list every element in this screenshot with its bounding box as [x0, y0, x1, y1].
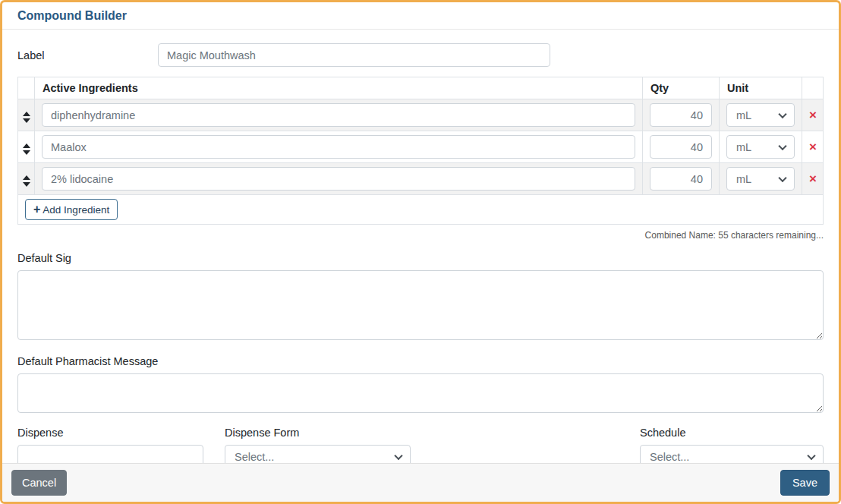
plus-icon: + — [33, 203, 40, 216]
ingredient-name-input[interactable] — [42, 103, 635, 127]
ingredient-unit-select[interactable]: mL — [726, 167, 795, 191]
dispense-form-label: Dispense Form — [225, 427, 411, 439]
delete-ingredient-icon[interactable]: × — [809, 108, 817, 122]
combined-name-note: Combined Name: 55 characters remaining..… — [17, 230, 824, 241]
ingredient-unit-select[interactable]: mL — [726, 135, 795, 159]
ingredient-name-input[interactable] — [42, 135, 635, 159]
ingredient-unit-select[interactable]: mL — [726, 103, 795, 127]
label-field-label: Label — [17, 49, 158, 61]
handle-column-header — [18, 77, 35, 99]
footer-bar: Cancel Save — [2, 463, 839, 502]
dispense-form-field: Dispense Form Select... — [225, 425, 411, 463]
delete-ingredient-icon[interactable]: × — [809, 172, 817, 186]
drag-handle-icon[interactable] — [21, 142, 32, 156]
ingredient-row: mL × — [18, 163, 824, 195]
dispense-form-select[interactable]: Select... — [225, 445, 411, 463]
form-content: Label Active Ingredients Qty Unit — [2, 30, 839, 463]
dispense-label: Dispense — [17, 427, 203, 439]
cancel-button[interactable]: Cancel — [11, 470, 67, 496]
ingredient-row: mL × — [18, 99, 824, 131]
unit-column-header: Unit — [720, 77, 802, 99]
add-ingredient-row: + Add Ingredient — [18, 195, 824, 225]
pharmacist-message-textarea[interactable] — [17, 373, 824, 413]
add-ingredient-label: Add Ingredient — [43, 204, 109, 216]
ingredient-qty-input[interactable] — [650, 135, 712, 159]
label-input[interactable] — [158, 43, 550, 67]
add-ingredient-button[interactable]: + Add Ingredient — [25, 199, 118, 220]
ingredient-row: mL × — [18, 131, 824, 163]
dispense-field: Dispense — [17, 425, 203, 463]
schedule-label: Schedule — [640, 427, 824, 439]
default-sig-label: Default Sig — [17, 252, 824, 264]
ingredient-qty-input[interactable] — [650, 167, 712, 191]
schedule-select[interactable]: Select... — [640, 445, 824, 463]
bottom-fields-row: Dispense Dispense Form Select... Schedul… — [17, 425, 824, 463]
titlebar: Compound Builder — [2, 2, 839, 30]
dispense-input[interactable] — [17, 445, 203, 463]
ingredients-header-row: Active Ingredients Qty Unit — [18, 77, 824, 99]
name-column-header: Active Ingredients — [35, 77, 643, 99]
actions-column-header — [802, 77, 824, 99]
page-title: Compound Builder — [17, 9, 824, 23]
save-button[interactable]: Save — [780, 470, 830, 496]
ingredients-table: Active Ingredients Qty Unit — [17, 77, 824, 225]
default-sig-textarea[interactable] — [17, 270, 824, 340]
pharmacist-message-label: Default Pharmacist Message — [17, 355, 824, 367]
qty-column-header: Qty — [643, 77, 720, 99]
drag-handle-icon[interactable] — [21, 174, 32, 188]
drag-handle-icon[interactable] — [21, 110, 32, 124]
ingredient-name-input[interactable] — [42, 167, 635, 191]
delete-ingredient-icon[interactable]: × — [809, 140, 817, 154]
compound-builder-window: Compound Builder Label Active Ingredient… — [0, 0, 841, 504]
schedule-field: Schedule Select... — [640, 425, 824, 463]
label-field-row: Label — [17, 43, 824, 67]
ingredient-qty-input[interactable] — [650, 103, 712, 127]
